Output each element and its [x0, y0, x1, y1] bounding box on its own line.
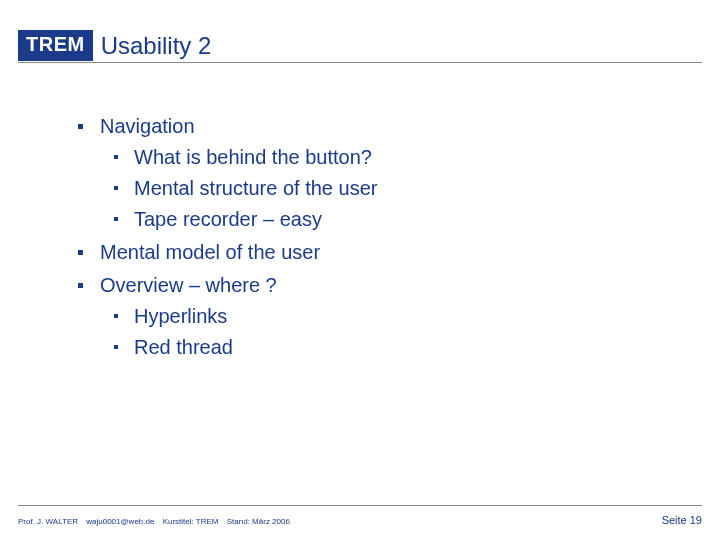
bullet-text: Tape recorder – easy [134, 208, 322, 230]
header-divider [18, 62, 702, 63]
bullet-text: What is behind the button? [134, 146, 372, 168]
footer-divider [18, 505, 702, 506]
footer-course: Kurstitel: TREM [163, 517, 219, 526]
bullet-text: Mental structure of the user [134, 177, 377, 199]
list-item: Navigation What is behind the button? Me… [70, 112, 660, 234]
slide-header: TREM Usability 2 [18, 30, 211, 61]
list-item: Mental model of the user [70, 238, 660, 267]
list-item: Overview – where ? Hyperlinks Red thread [70, 271, 660, 362]
sub-list: What is behind the button? Mental struct… [100, 143, 660, 234]
list-item: Red thread [100, 333, 660, 362]
bullet-list: Navigation What is behind the button? Me… [70, 112, 660, 362]
footer-page: Seite 19 [662, 514, 702, 526]
list-item: Mental structure of the user [100, 174, 660, 203]
bullet-text: Mental model of the user [100, 241, 320, 263]
footer-date: Stand: März 2006 [227, 517, 290, 526]
list-item: What is behind the button? [100, 143, 660, 172]
footer-left: Prof. J. WALTER waju0001@web.de Kurstite… [18, 517, 296, 526]
sub-list: Hyperlinks Red thread [100, 302, 660, 362]
bullet-text: Overview – where ? [100, 274, 277, 296]
slide-title: Usability 2 [101, 32, 212, 60]
bullet-text: Hyperlinks [134, 305, 227, 327]
bullet-text: Navigation [100, 115, 195, 137]
brand-badge: TREM [18, 30, 93, 61]
list-item: Tape recorder – easy [100, 205, 660, 234]
footer-author: Prof. J. WALTER [18, 517, 78, 526]
footer-email: waju0001@web.de [86, 517, 154, 526]
bullet-text: Red thread [134, 336, 233, 358]
slide-footer: Prof. J. WALTER waju0001@web.de Kurstite… [18, 514, 702, 526]
slide: TREM Usability 2 Navigation What is behi… [0, 0, 720, 540]
slide-content: Navigation What is behind the button? Me… [70, 112, 660, 366]
list-item: Hyperlinks [100, 302, 660, 331]
